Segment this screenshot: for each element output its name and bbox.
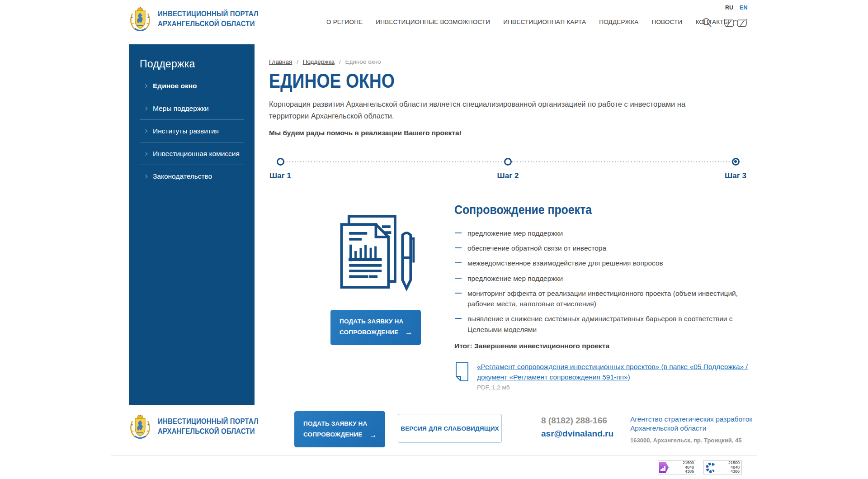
footer-logo[interactable]: ИНВЕСТИЦИОННЫЙ ПОРТАЛ АРХАНГЕЛЬСКОЙ ОБЛА… [129, 413, 272, 440]
page-title: ЕДИНОЕ ОКНО [269, 70, 395, 92]
bullet-text: межведомственное взаимодействие для реше… [467, 258, 663, 268]
logo-line2: АРХАНГЕЛЬСКОЙ ОБЛАСТИ [158, 19, 259, 29]
bullet-text: мониторинг эффекта от реализации инвести… [467, 288, 739, 309]
left-column: ПОДАТЬ ЗАЯВКУ НА СОПРОВОЖДЕНИЕ → [269, 203, 454, 391]
accessibility-glasses-icon[interactable] [724, 18, 747, 28]
arrow-right-icon: → [405, 326, 413, 338]
content-columns: ПОДАТЬ ЗАЯВКУ НА СОПРОВОЖДЕНИЕ → Сопрово… [269, 203, 750, 391]
sputnik-counter-badge[interactable]: 21500 4848 4386 [703, 460, 742, 474]
step-2-label: Шаг 2 [497, 171, 519, 180]
bullet-dash-icon [455, 278, 462, 284]
document-text: «Регламент сопровождения инвестиционных … [477, 361, 750, 391]
footer: ИНВЕСТИЦИОННЫЙ ПОРТАЛ АРХАНГЕЛЬСКОЙ ОБЛА… [0, 405, 868, 479]
chevron-right-icon [144, 107, 147, 110]
breadcrumb: Главная / Поддержка / Единое окно [269, 58, 750, 65]
main-content: Главная / Поддержка / Единое окно ЕДИНОЕ… [269, 44, 750, 391]
bullet-item: выявление и снижение системных администр… [454, 313, 750, 335]
step-1-label: Шаг 1 [269, 171, 291, 180]
bullet-text: предложение мер поддержки [467, 228, 563, 238]
footer-logo-text: ИНВЕСТИЦИОННЫЙ ПОРТАЛ АРХАНГЕЛЬСКОЙ ОБЛА… [158, 417, 259, 436]
step-3-label: Шаг 3 [725, 171, 746, 180]
arrow-right-icon: → [369, 429, 377, 441]
bullet-item: предложение мер поддержки [454, 273, 750, 284]
search-icon[interactable] [702, 17, 712, 28]
coat-of-arms-icon [129, 5, 151, 33]
page: ИНВЕСТИЦИОННЫЙ ПОРТАЛ АРХАНГЕЛЬСКОЙ ОБЛА… [0, 0, 868, 479]
bullet-dash-icon [455, 318, 462, 335]
header: ИНВЕСТИЦИОННЫЙ ПОРТАЛ АРХАНГЕЛЬСКОЙ ОБЛА… [0, 0, 868, 44]
intro-bold-line: Мы будем рады помочь в реализации Вашего… [269, 129, 750, 137]
file-icon [455, 362, 469, 381]
right-column: Сопровождение проекта предложение мер по… [454, 203, 750, 391]
footer-apply-button[interactable]: ПОДАТЬ ЗАЯВКУ НА СОПРОВОЖДЕНИЕ → [294, 411, 385, 447]
sidebar-title: Поддержка [140, 58, 244, 70]
regulation-pdf-link[interactable]: «Регламент сопровождения инвестиционных … [477, 361, 750, 383]
coat-of-arms-icon [129, 413, 151, 440]
breadcrumb-home-link[interactable]: Главная [269, 58, 292, 65]
footer-contacts: 8 (8182) 288-166 asr@dvinaland.ru [541, 416, 613, 439]
logo-line1: ИНВЕСТИЦИОННЫЙ ПОРТАЛ [158, 9, 259, 19]
chevron-right-icon [144, 129, 147, 133]
sidebar-item[interactable]: Единое окно [140, 75, 244, 97]
footer-divider [111, 455, 757, 455]
apply-button-line1: ПОДАТЬ ЗАЯВКУ НА [340, 318, 404, 325]
language-switcher: RU EN [725, 5, 747, 11]
visit-counters: 21500 4848 4386 21500 4848 4386 [658, 460, 742, 474]
counter-values: 21500 4848 4386 [716, 461, 741, 474]
lang-ru[interactable]: RU [725, 5, 733, 11]
nav-item[interactable]: НОВОСТИ [651, 19, 682, 25]
bullet-item: межведомственное взаимодействие для реше… [454, 258, 750, 268]
sidebar-item[interactable]: Институты развития [140, 120, 244, 142]
bullet-text: выявление и снижение системных администр… [467, 313, 739, 335]
bar-chart-icon [659, 462, 669, 473]
bullet-list: предложение мер поддержки обеспечение об… [454, 228, 750, 335]
footer-phone: 8 (8182) 288-166 [541, 416, 613, 426]
chevron-right-icon [144, 152, 147, 156]
accessibility-version-button[interactable]: ВЕРСИЯ ДЛЯ СЛАБОВИДЯЩИХ [398, 414, 502, 443]
nav-item[interactable]: О РЕГИОНЕ [326, 19, 363, 25]
bullet-item: предложение мер поддержки [454, 228, 750, 238]
agency-address: 163000, Архангельск, пр. Троицкий, 45 [630, 437, 752, 444]
sidebar: Поддержка Единое окно Меры поддержки Инс… [129, 44, 255, 405]
footer-agency: Агентство стратегических разработок Арха… [630, 415, 752, 444]
main-nav: О РЕГИОНЕ ИНВЕСТИЦИОННЫЕ ВОЗМОЖНОСТИ ИНВ… [326, 19, 729, 25]
document-link-block: «Регламент сопровождения инвестиционных … [454, 361, 750, 391]
footer-email-link[interactable]: asr@dvinaland.ru [541, 429, 613, 439]
site-logo[interactable]: ИНВЕСТИЦИОННЫЙ ПОРТАЛ АРХАНГЕЛЬСКОЙ ОБЛА… [129, 5, 272, 33]
breadcrumb-support-link[interactable]: Поддержка [303, 58, 335, 65]
step-indicator: Шаг 1 Шаг 2 Шаг 3 [280, 158, 736, 186]
bullet-dash-icon [455, 247, 462, 253]
section-title: Сопровождение проекта [454, 203, 592, 217]
nav-item[interactable]: ИНВЕСТИЦИОННАЯ КАРТА [503, 19, 586, 25]
sidebar-item-label: Законодательство [153, 172, 212, 180]
step-1: Шаг 1 [253, 158, 307, 180]
segmented-c-icon [705, 462, 716, 473]
liveinternet-counter-badge[interactable]: 21500 4848 4386 [658, 460, 696, 474]
counter-values: 21500 4848 4386 [669, 461, 696, 474]
sidebar-menu: Единое окно Меры поддержки Институты раз… [140, 75, 244, 187]
footer-apply-line2: СОПРОВОЖДЕНИЕ [303, 430, 363, 440]
sidebar-item[interactable]: Инвестиционная комиссия [140, 142, 244, 165]
result-line: Итог: Завершение инвестиционного проекта [454, 342, 750, 350]
footer-apply-line1: ПОДАТЬ ЗАЯВКУ НА [303, 420, 368, 427]
step-2: Шаг 2 [481, 158, 535, 180]
step-3-circle [732, 158, 740, 166]
sidebar-item-label: Единое окно [153, 82, 197, 90]
nav-item[interactable]: ИНВЕСТИЦИОННЫЕ ВОЗМОЖНОСТИ [376, 19, 490, 25]
documents-pen-illustration [332, 203, 417, 297]
sidebar-item[interactable]: Меры поддержки [140, 97, 244, 120]
chevron-right-icon [144, 175, 147, 178]
nav-item[interactable]: ПОДДЕРЖКА [599, 19, 638, 25]
step-3: Шаг 3 [708, 158, 763, 180]
agency-name-line2: Архангельской области [630, 424, 752, 433]
bullet-dash-icon [455, 262, 462, 268]
sidebar-item[interactable]: Законодательство [140, 165, 244, 187]
apply-button[interactable]: ПОДАТЬ ЗАЯВКУ НА СОПРОВОЖДЕНИЕ → [330, 310, 421, 345]
file-meta: PDF, 1.2 мб [477, 384, 750, 391]
breadcrumb-current: Единое окно [345, 58, 381, 65]
lang-en[interactable]: EN [740, 5, 747, 11]
sidebar-item-label: Инвестиционная комиссия [153, 150, 240, 158]
footer-logo-line1: ИНВЕСТИЦИОННЫЙ ПОРТАЛ [158, 417, 259, 427]
sidebar-item-label: Институты развития [153, 127, 219, 135]
sidebar-item-label: Меры поддержки [153, 104, 209, 113]
